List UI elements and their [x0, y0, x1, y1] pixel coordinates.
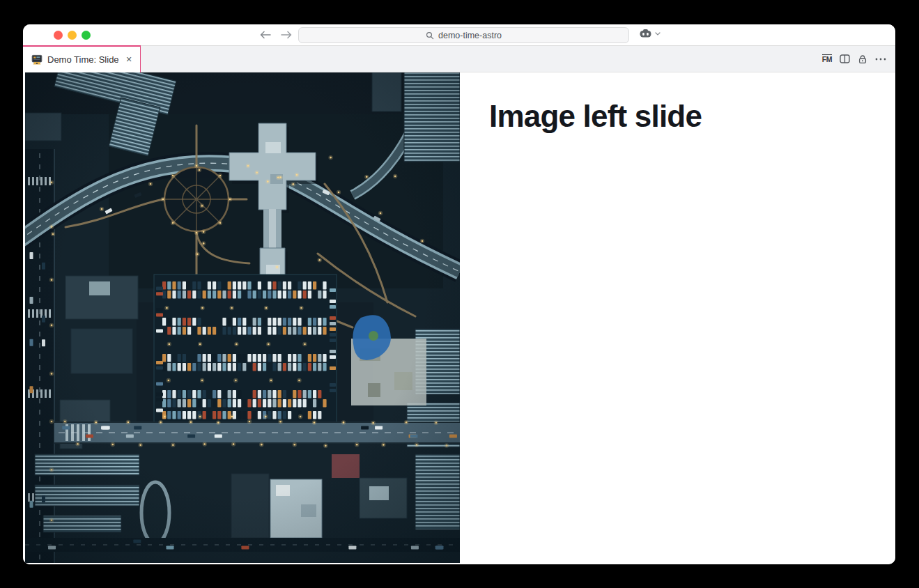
back-arrow-icon — [260, 31, 271, 39]
slide-content: Image left slide — [23, 72, 895, 564]
copilot-icon — [639, 29, 652, 39]
back-button[interactable] — [258, 28, 272, 42]
lock-icon-button[interactable] — [858, 54, 867, 64]
more-actions-button[interactable] — [875, 58, 886, 61]
editor-actions: FM — [822, 45, 886, 72]
slide-heading: Image left slide — [489, 99, 895, 134]
tab-bar: Demo Time: Slide ✕ FM — [23, 45, 895, 72]
workspace-name: demo-time-astro — [438, 31, 502, 40]
tab-demo-time-slide[interactable]: Demo Time: Slide ✕ — [23, 45, 141, 72]
zoom-window-button[interactable] — [82, 31, 91, 40]
forward-button[interactable] — [279, 28, 293, 42]
tab-close-button[interactable]: ✕ — [126, 56, 132, 63]
app-window: demo-time-astro — [23, 24, 895, 564]
tab-title: Demo Time: Slide — [47, 54, 119, 65]
slide-image — [25, 72, 460, 563]
traffic-lights — [54, 31, 91, 40]
slide-text-panel: Image left slide — [466, 72, 895, 564]
forward-arrow-icon — [281, 31, 292, 39]
demo-time-favicon — [31, 54, 43, 65]
split-editor-button[interactable] — [840, 54, 850, 63]
command-center-search[interactable]: demo-time-astro — [298, 27, 629, 43]
titlebar: demo-time-astro — [23, 24, 895, 45]
copilot-menu[interactable] — [639, 29, 661, 39]
chevron-down-icon — [655, 32, 661, 36]
aerial-city-illustration — [25, 72, 460, 563]
search-icon — [426, 31, 434, 40]
frontmatter-action-button[interactable]: FM — [822, 54, 832, 64]
tabstrip-top-border — [141, 45, 895, 46]
close-window-button[interactable] — [54, 31, 63, 40]
minimize-window-button[interactable] — [68, 31, 77, 40]
